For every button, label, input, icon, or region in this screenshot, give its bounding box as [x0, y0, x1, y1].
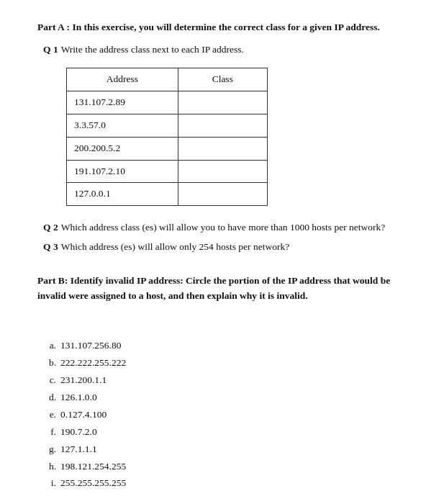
list-item: b. 222.222.255.222	[43, 356, 415, 371]
list-label: b.	[43, 356, 56, 371]
list-item: d. 126.1.0.0	[43, 390, 415, 405]
list-label: a.	[43, 338, 56, 354]
table-row: 191.107.2.10	[67, 160, 268, 183]
list-ip-address: 222.222.255.222	[60, 356, 126, 371]
table-header-class: Class	[178, 68, 267, 91]
table-cell-class	[178, 160, 267, 183]
table-row: 127.0.0.1	[67, 183, 268, 206]
list-ip-address: 190.7.2.0	[60, 425, 97, 440]
ip-class-table: Address Class 131.107.2.89 3.3.57.0 200.…	[66, 68, 268, 207]
q1-text: Write the address class next to each IP …	[61, 44, 244, 55]
question-1: Q 1Write the address class next to each …	[43, 42, 415, 58]
part-b-section: Part B: Identify invalid IP address: Cir…	[37, 274, 415, 491]
list-label: e.	[43, 408, 56, 423]
q1-label: Q 1	[43, 44, 58, 55]
question-2: Q 2Which address class (es) will allow y…	[43, 220, 415, 235]
list-item: c. 231.200.1.1	[43, 373, 415, 388]
list-ip-address: 231.200.1.1	[60, 373, 107, 388]
list-label: c.	[43, 373, 56, 388]
question-3: Q 3Which address (es) will allow only 25…	[43, 240, 415, 255]
list-ip-address: 198.121.254.255	[60, 459, 126, 474]
q2-label: Q 2	[43, 222, 58, 233]
table-cell-address: 200.200.5.2	[67, 137, 178, 160]
blank-space	[37, 311, 415, 338]
list-label: i.	[43, 476, 56, 491]
list-label: h.	[43, 459, 56, 474]
q3-text: Which address (es) will allow only 254 h…	[61, 241, 290, 252]
part-b-bold: Part B: Identify invalid IP address:	[37, 275, 184, 286]
table-cell-address: 3.3.57.0	[67, 114, 178, 137]
table-cell-address: 131.107.2.89	[67, 91, 178, 114]
q3-label: Q 3	[43, 241, 58, 252]
part-a-heading: Part A : In this exercise, you will dete…	[37, 20, 415, 35]
list-ip-address: 255.255.255.255	[60, 476, 126, 491]
list-ip-address: 127.1.1.1	[60, 442, 97, 457]
part-b-heading: Part B: Identify invalid IP address: Cir…	[37, 274, 415, 304]
list-ip-address: 0.127.4.100	[60, 408, 107, 423]
list-ip-address: 131.107.256.80	[60, 338, 121, 354]
list-item: h. 198.121.254.255	[43, 459, 415, 474]
list-label: f.	[43, 425, 56, 440]
table-header-address: Address	[67, 68, 178, 91]
table-cell-address: 191.107.2.10	[67, 160, 178, 183]
table-row: 131.107.2.89	[67, 91, 268, 114]
list-ip-address: 126.1.0.0	[60, 390, 97, 405]
part-a-bold: Part A :	[37, 22, 70, 32]
list-item: g. 127.1.1.1	[43, 442, 415, 457]
list-item: a. 131.107.256.80	[43, 338, 415, 354]
list-label: d.	[43, 390, 56, 405]
table-cell-address: 127.0.0.1	[67, 183, 178, 206]
ip-address-table-wrapper: Address Class 131.107.2.89 3.3.57.0 200.…	[66, 68, 415, 207]
list-item: i. 255.255.255.255	[43, 476, 415, 491]
table-cell-class	[178, 183, 267, 206]
list-item: f. 190.7.2.0	[43, 425, 415, 440]
invalid-ip-list: a. 131.107.256.80 b. 222.222.255.222 c. …	[37, 338, 415, 491]
table-cell-class	[178, 114, 267, 137]
table-row: 3.3.57.0	[67, 114, 268, 137]
list-item: e. 0.127.4.100	[43, 408, 415, 423]
table-row: 200.200.5.2	[67, 137, 268, 160]
table-cell-class	[178, 91, 267, 114]
q2-text: Which address class (es) will allow you …	[61, 222, 386, 233]
part-a-text: In this exercise, you will determine the…	[70, 22, 380, 32]
list-label: g.	[43, 442, 56, 457]
table-cell-class	[178, 137, 267, 160]
